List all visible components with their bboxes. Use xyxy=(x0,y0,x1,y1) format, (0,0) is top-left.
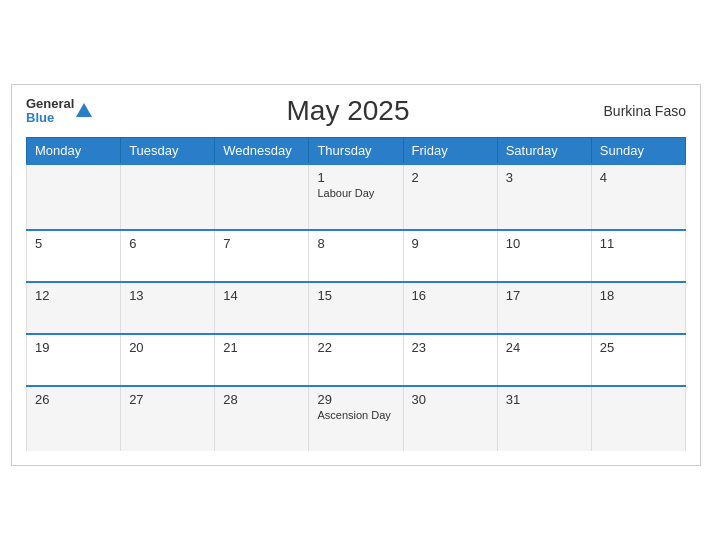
day-number: 28 xyxy=(223,392,300,407)
logo-general-text: General xyxy=(26,97,74,111)
calendar-cell: 7 xyxy=(215,230,309,282)
weekday-header-sunday: Sunday xyxy=(591,138,685,165)
calendar-cell: 22 xyxy=(309,334,403,386)
day-number: 21 xyxy=(223,340,300,355)
day-number: 23 xyxy=(412,340,489,355)
logo: General Blue xyxy=(26,97,92,126)
calendar-cell: 27 xyxy=(121,386,215,451)
day-number: 30 xyxy=(412,392,489,407)
week-row-1: 1Labour Day234 xyxy=(27,164,686,230)
calendar-cell: 26 xyxy=(27,386,121,451)
calendar-cell: 3 xyxy=(497,164,591,230)
day-number: 2 xyxy=(412,170,489,185)
calendar-cell: 23 xyxy=(403,334,497,386)
calendar-cell: 30 xyxy=(403,386,497,451)
day-number: 26 xyxy=(35,392,112,407)
calendar-cell: 11 xyxy=(591,230,685,282)
day-number: 15 xyxy=(317,288,394,303)
day-number: 3 xyxy=(506,170,583,185)
day-number: 13 xyxy=(129,288,206,303)
day-number: 24 xyxy=(506,340,583,355)
day-number: 12 xyxy=(35,288,112,303)
calendar-cell: 20 xyxy=(121,334,215,386)
calendar-cell: 18 xyxy=(591,282,685,334)
calendar-cell: 1Labour Day xyxy=(309,164,403,230)
day-number: 6 xyxy=(129,236,206,251)
week-row-4: 19202122232425 xyxy=(27,334,686,386)
day-number: 27 xyxy=(129,392,206,407)
day-number: 1 xyxy=(317,170,394,185)
calendar-header: General Blue May 2025 Burkina Faso xyxy=(26,95,686,127)
calendar-cell: 21 xyxy=(215,334,309,386)
calendar-cell xyxy=(215,164,309,230)
day-number: 7 xyxy=(223,236,300,251)
calendar-cell: 12 xyxy=(27,282,121,334)
calendar-cell xyxy=(27,164,121,230)
calendar-cell: 14 xyxy=(215,282,309,334)
day-number: 20 xyxy=(129,340,206,355)
weekday-header-row: MondayTuesdayWednesdayThursdayFridaySatu… xyxy=(27,138,686,165)
day-number: 10 xyxy=(506,236,583,251)
day-number: 18 xyxy=(600,288,677,303)
day-number: 17 xyxy=(506,288,583,303)
weekday-header-tuesday: Tuesday xyxy=(121,138,215,165)
calendar-cell: 16 xyxy=(403,282,497,334)
weekday-header-saturday: Saturday xyxy=(497,138,591,165)
calendar-cell xyxy=(591,386,685,451)
weekday-header-thursday: Thursday xyxy=(309,138,403,165)
calendar-cell: 10 xyxy=(497,230,591,282)
calendar-cell xyxy=(121,164,215,230)
calendar-cell: 8 xyxy=(309,230,403,282)
calendar-cell: 24 xyxy=(497,334,591,386)
holiday-name: Ascension Day xyxy=(317,409,394,421)
weekday-header-wednesday: Wednesday xyxy=(215,138,309,165)
calendar-cell: 28 xyxy=(215,386,309,451)
calendar-cell: 6 xyxy=(121,230,215,282)
calendar-cell: 5 xyxy=(27,230,121,282)
holiday-name: Labour Day xyxy=(317,187,394,199)
logo-triangle-icon xyxy=(76,103,92,117)
calendar-table: MondayTuesdayWednesdayThursdayFridaySatu… xyxy=(26,137,686,451)
day-number: 11 xyxy=(600,236,677,251)
day-number: 8 xyxy=(317,236,394,251)
day-number: 16 xyxy=(412,288,489,303)
calendar-cell: 2 xyxy=(403,164,497,230)
calendar-cell: 9 xyxy=(403,230,497,282)
calendar-cell: 31 xyxy=(497,386,591,451)
day-number: 5 xyxy=(35,236,112,251)
day-number: 14 xyxy=(223,288,300,303)
calendar-cell: 4 xyxy=(591,164,685,230)
day-number: 19 xyxy=(35,340,112,355)
calendar-cell: 17 xyxy=(497,282,591,334)
day-number: 9 xyxy=(412,236,489,251)
day-number: 29 xyxy=(317,392,394,407)
calendar-cell: 29Ascension Day xyxy=(309,386,403,451)
calendar-cell: 13 xyxy=(121,282,215,334)
weekday-header-monday: Monday xyxy=(27,138,121,165)
month-title: May 2025 xyxy=(286,95,409,127)
day-number: 25 xyxy=(600,340,677,355)
week-row-3: 12131415161718 xyxy=(27,282,686,334)
logo-blue-text: Blue xyxy=(26,111,74,125)
weekday-header-friday: Friday xyxy=(403,138,497,165)
day-number: 31 xyxy=(506,392,583,407)
week-row-2: 567891011 xyxy=(27,230,686,282)
week-row-5: 26272829Ascension Day3031 xyxy=(27,386,686,451)
calendar-cell: 19 xyxy=(27,334,121,386)
day-number: 22 xyxy=(317,340,394,355)
country-name: Burkina Faso xyxy=(604,103,686,119)
calendar-cell: 25 xyxy=(591,334,685,386)
calendar-wrapper: General Blue May 2025 Burkina Faso Monda… xyxy=(11,84,701,466)
calendar-cell: 15 xyxy=(309,282,403,334)
day-number: 4 xyxy=(600,170,677,185)
